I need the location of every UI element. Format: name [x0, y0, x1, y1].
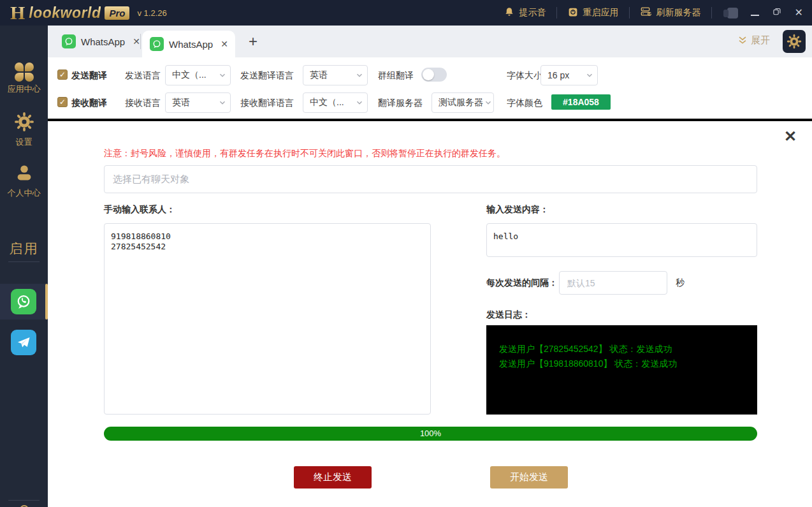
translation-settings-panel: ✓ 发送翻译 发送语言 中文（... 发送翻译语言 英语 群组翻译 字体大小 1…: [48, 57, 812, 119]
stop-send-button[interactable]: 终止发送: [294, 466, 372, 489]
tray-icon: [727, 8, 738, 18]
log-label: 发送日志：: [486, 309, 531, 321]
tab-close-icon[interactable]: ✕: [221, 39, 228, 49]
logo-text: lookworld: [29, 4, 101, 22]
tab-close-icon[interactable]: ✕: [133, 36, 140, 47]
send-trans-lang-label: 发送翻译语言: [240, 70, 294, 82]
person-icon: [14, 163, 34, 183]
sound-alert-button[interactable]: 提示音: [504, 6, 546, 20]
recv-translate-checkbox[interactable]: ✓: [57, 97, 68, 107]
sound-alert-label: 提示音: [519, 7, 546, 18]
sidebar-item-whatsapp[interactable]: [0, 284, 48, 320]
titlebar-divider: [556, 7, 557, 18]
chat-target-placeholder: 选择已有聊天对象: [113, 173, 189, 186]
app-window: H lookworld Pro v 1.2.26 提示音 重启应用: [0, 0, 812, 507]
whatsapp-tab-icon: [150, 37, 164, 51]
restart-app-icon: [567, 6, 579, 20]
font-size-select[interactable]: 16 px: [540, 65, 598, 85]
sidebar-item-profile[interactable]: 个人中心: [0, 163, 48, 199]
tab-divider: [140, 34, 141, 49]
tab-whatsapp-2[interactable]: WhatsApp ✕: [142, 31, 235, 57]
send-trans-lang-select[interactable]: 英语: [303, 65, 368, 85]
restart-app-button[interactable]: 重启应用: [567, 6, 619, 20]
warning-text: 注意：封号风险，谨慎使用，有群发任务在执行时不可关闭此窗口，否则将暂停正在执行的…: [104, 148, 505, 159]
whatsapp-tab-icon: [62, 34, 76, 48]
enable-label: 启用: [0, 240, 48, 258]
expand-label: 展开: [751, 34, 770, 47]
logo-pro-badge: Pro: [105, 6, 129, 20]
titlebar-divider: [629, 7, 630, 18]
minimize-icon: [751, 15, 759, 16]
sidebar-item-support[interactable]: 客服: [0, 503, 48, 507]
sidebar-item-telegram[interactable]: [11, 330, 36, 355]
interval-input[interactable]: [559, 271, 667, 295]
sidebar-item-label: 设置: [0, 136, 48, 148]
double-chevron-down-icon: [737, 35, 748, 47]
recv-lang-label: 接收语言: [125, 98, 161, 109]
refresh-server-label: 刷新服务器: [656, 7, 701, 18]
group-translate-label: 群组翻译: [378, 70, 414, 82]
send-lang-select[interactable]: 中文（...: [165, 65, 231, 85]
sidebar-item-label: 应用中心: [0, 84, 48, 95]
app-version: v 1.2.26: [137, 8, 166, 18]
recv-translate-label: 接收翻译: [71, 98, 107, 109]
sidebar-item-settings[interactable]: 设置: [0, 112, 48, 148]
contacts-textarea[interactable]: 919818860810 27825452542: [104, 223, 431, 415]
font-size-label: 字体大小: [507, 70, 542, 82]
minimize-button[interactable]: [751, 7, 759, 18]
progress-bar: 100%: [104, 427, 757, 441]
send-log-box: 发送用户【27825452542】 状态：发送成功 发送用户【919818860…: [486, 325, 757, 415]
contacts-label: 手动输入联系人：: [104, 204, 175, 216]
add-tab-button[interactable]: +: [249, 33, 257, 50]
sidebar-item-label: 个人中心: [0, 187, 48, 199]
panel-close-icon[interactable]: ✕: [784, 129, 797, 144]
group-translate-toggle[interactable]: [421, 68, 447, 82]
sidebar-divider: [8, 261, 40, 262]
interval-label: 每次发送的间隔：: [486, 277, 558, 289]
chevron-down-icon: [219, 71, 226, 79]
restart-app-label: 重启应用: [583, 7, 619, 18]
log-line: 发送用户【27825452542】 状态：发送成功: [499, 342, 757, 356]
chevron-down-icon: [219, 99, 226, 107]
telegram-icon: [15, 334, 32, 351]
titlebar-divider: [711, 7, 712, 18]
chevron-down-icon: [356, 71, 363, 79]
content-textarea[interactable]: hello: [486, 223, 757, 257]
app-logo: H lookworld Pro v 1.2.26: [0, 3, 167, 22]
expand-button[interactable]: 展开: [737, 34, 770, 47]
send-translate-checkbox[interactable]: ✓: [57, 70, 68, 80]
sidebar-item-app-center[interactable]: 应用中心: [0, 62, 48, 95]
translate-server-label: 翻译服务器: [378, 98, 423, 109]
recv-trans-lang-select[interactable]: 中文（...: [303, 92, 368, 113]
tab-bar: WhatsApp ✕ WhatsApp ✕ + 展开: [48, 26, 812, 57]
recv-lang-select[interactable]: 英语: [165, 92, 231, 113]
font-color-swatch[interactable]: #18A058: [551, 94, 611, 110]
headset-icon: [17, 503, 32, 507]
whatsapp-icon: [11, 289, 36, 314]
sidebar-divider: [8, 500, 40, 501]
log-line: 发送用户【919818860810】 状态：发送成功: [499, 356, 757, 371]
chat-target-select[interactable]: 选择已有聊天对象: [104, 165, 757, 193]
tab-whatsapp-1[interactable]: WhatsApp ✕: [54, 26, 148, 57]
gear-icon: [14, 112, 34, 132]
translate-server-select[interactable]: 测试服务器: [431, 92, 494, 113]
tab-label: WhatsApp: [169, 39, 213, 50]
gear-icon: [787, 34, 802, 49]
logo-h-icon: H: [10, 3, 25, 22]
server-refresh-icon: [640, 6, 652, 20]
refresh-server-button[interactable]: 刷新服务器: [640, 6, 701, 20]
window-close-button[interactable]: ✕: [795, 8, 803, 18]
interval-unit: 秒: [676, 277, 685, 289]
title-bar: H lookworld Pro v 1.2.26 提示音 重启应用: [0, 0, 812, 26]
settings-gear-button[interactable]: [783, 30, 806, 53]
restore-button[interactable]: [772, 6, 782, 19]
sidebar: 应用中心: [0, 26, 48, 507]
app-center-icon: [15, 62, 34, 82]
chevron-down-icon: [484, 99, 492, 107]
restore-icon: [772, 6, 782, 17]
chevron-down-icon: [586, 71, 593, 79]
send-lang-label: 发送语言: [125, 70, 161, 82]
send-translate-label: 发送翻译: [71, 70, 107, 82]
content-label: 输入发送内容：: [486, 204, 549, 216]
start-send-button[interactable]: 开始发送: [490, 466, 568, 489]
